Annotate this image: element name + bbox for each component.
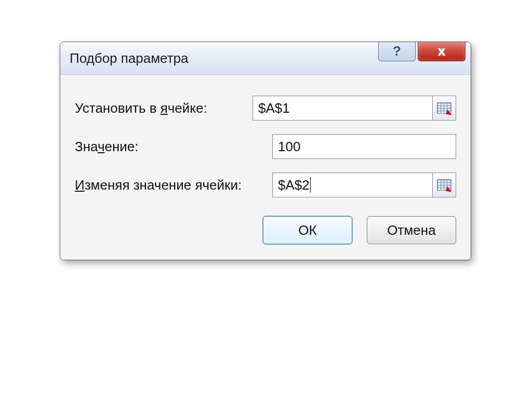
label-set-cell-pre: Установить в bbox=[75, 100, 161, 116]
label-target-pre: Зна bbox=[75, 139, 98, 154]
window-controls: ? x bbox=[376, 42, 466, 61]
set-cell-refedit-button[interactable] bbox=[433, 96, 456, 121]
row-target-value: Значение: bbox=[75, 134, 456, 159]
refedit-icon bbox=[437, 179, 451, 191]
cancel-button-label: Отмена bbox=[387, 222, 435, 238]
dialog-title: Подбор параметра bbox=[70, 50, 189, 66]
changing-cell-field-wrap: $A$2 bbox=[272, 172, 456, 197]
row-changing-cell: Изменяя значение ячейки: $A$2 bbox=[75, 172, 456, 197]
refedit-icon bbox=[437, 102, 451, 114]
dialog-body: Установить в ячейке: Значение: Изме bbox=[60, 75, 471, 260]
help-icon: ? bbox=[393, 43, 401, 59]
label-set-cell-ul: я bbox=[161, 100, 168, 116]
text-caret bbox=[310, 177, 311, 193]
label-changing-cell: Изменяя значение ячейки: bbox=[75, 177, 272, 193]
label-set-cell: Установить в ячейке: bbox=[75, 100, 252, 116]
goal-seek-dialog: Подбор параметра ? x Установить в ячейке… bbox=[60, 42, 471, 260]
label-target-post: ение: bbox=[105, 139, 139, 154]
title-bar[interactable]: Подбор параметра ? x bbox=[60, 42, 471, 75]
label-target-ul: ч bbox=[98, 139, 105, 154]
set-cell-field-wrap bbox=[252, 96, 456, 121]
changing-cell-value: $A$2 bbox=[278, 177, 310, 193]
help-button[interactable]: ? bbox=[378, 42, 416, 61]
label-set-cell-post: чейке: bbox=[168, 100, 207, 116]
close-icon: x bbox=[438, 43, 445, 59]
label-changing-post: зменяя значение ячейки: bbox=[85, 177, 242, 193]
ok-button-label: ОК bbox=[298, 222, 316, 238]
cancel-button[interactable]: Отмена bbox=[367, 216, 456, 244]
ok-button[interactable]: ОК bbox=[263, 216, 352, 244]
close-button[interactable]: x bbox=[418, 42, 466, 61]
dialog-footer: ОК Отмена bbox=[75, 211, 456, 244]
target-value-field-wrap bbox=[272, 134, 456, 159]
target-value-input[interactable] bbox=[272, 134, 456, 159]
set-cell-input[interactable] bbox=[252, 96, 433, 121]
label-changing-ul: И bbox=[75, 177, 85, 193]
label-target-value: Значение: bbox=[75, 139, 272, 155]
changing-cell-input[interactable]: $A$2 bbox=[272, 172, 433, 197]
changing-cell-refedit-button[interactable] bbox=[433, 172, 456, 197]
row-set-cell: Установить в ячейке: bbox=[75, 96, 456, 121]
